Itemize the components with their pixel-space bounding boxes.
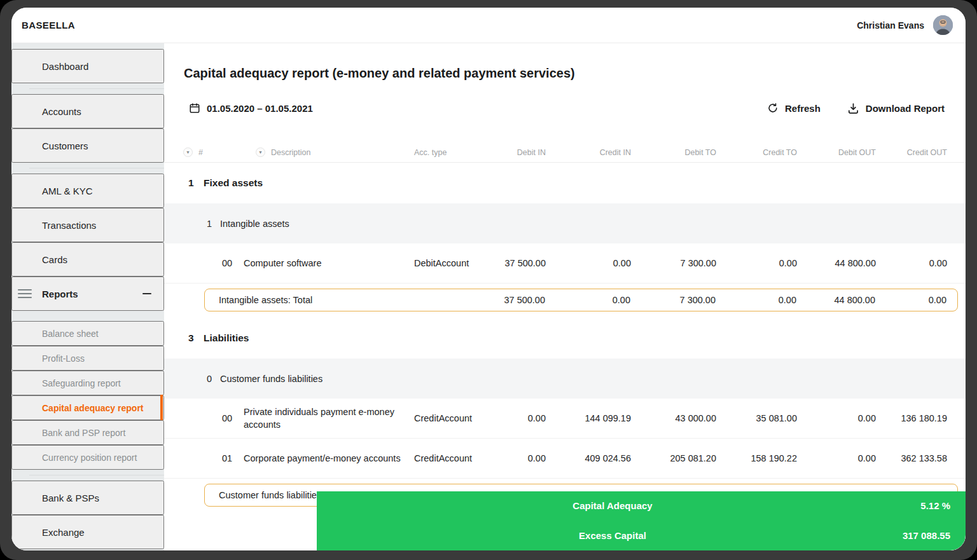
download-report-button[interactable]: Download Report	[847, 102, 945, 114]
sidebar-item-label: Transactions	[42, 220, 96, 231]
refresh-label: Refresh	[785, 103, 821, 114]
sidebar-item-label: AML & KYC	[42, 186, 92, 196]
sidebar-subitem-profit-loss[interactable]: Profit-Loss	[11, 346, 164, 371]
sidebar-divider	[29, 475, 164, 475]
sidebar-subitem-balance-sheet[interactable]: Balance sheet	[11, 321, 164, 346]
row-number: 1	[207, 217, 220, 230]
sidebar-item-cards[interactable]: Cards	[11, 242, 164, 277]
sidebar-subitem-bank-and-psp-report[interactable]: Bank and PSP report	[11, 420, 164, 445]
app-logo: BASEELLA	[22, 20, 75, 31]
num-filter-dropdown-icon[interactable]: ▼	[183, 147, 193, 157]
refresh-button[interactable]: Refresh	[767, 102, 821, 114]
sidebar-item-label: Dashboard	[42, 61, 88, 72]
excess-capital-value: 317 088.55	[903, 530, 950, 541]
download-report-label: Download Report	[866, 103, 945, 114]
user-avatar[interactable]	[933, 15, 953, 35]
header-credit-to: Credit TO	[716, 148, 797, 157]
cell-value: 144 099.19	[546, 413, 631, 423]
total-row-label: Intangible assets: Total	[219, 295, 412, 305]
sidebar-item-label: Exchange	[42, 527, 85, 538]
hamburger-menu-icon[interactable]	[18, 289, 32, 298]
sidebar-item-transactions[interactable]: Transactions	[11, 208, 164, 242]
acc-type-cell: CreditAccount	[412, 453, 482, 463]
cell-value: 362 133.58	[876, 453, 947, 463]
sidebar-item-customers[interactable]: Customers	[11, 128, 164, 163]
sidebar-item-label: Bank & PSPs	[42, 493, 99, 503]
sidebar-item-aml-kyc[interactable]: AML & KYC	[11, 174, 164, 208]
excess-capital-label: Excess Capital	[579, 530, 646, 541]
report-toolbar: 01.05.2020 – 01.05.2021 Refresh	[164, 99, 966, 117]
refresh-icon	[767, 102, 779, 114]
description-filter-dropdown-icon[interactable]: ▼	[256, 147, 265, 157]
row-description-cell: 00Private individuals payment e-money ac…	[183, 406, 412, 431]
row-description-cell: 1Intangible assets	[183, 217, 412, 230]
date-range-picker[interactable]: 01.05.2020 – 01.05.2021	[189, 102, 313, 114]
sidebar-item-exchange[interactable]: Exchange	[11, 515, 164, 549]
sidebar-item-label: Customers	[42, 140, 88, 151]
sidebar-subitem-label: Safeguarding report	[42, 378, 121, 388]
sidebar-item-reports[interactable]: Reports	[11, 277, 164, 311]
sidebar-subitem-currency-position-report[interactable]: Currency position report	[11, 445, 164, 470]
cell-value: 37 500.00	[482, 258, 546, 268]
sidebar-item-accounts[interactable]: Accounts	[11, 94, 164, 128]
sidebar-subitem-label: Capital adequacy report	[42, 403, 144, 413]
acc-type-cell: CreditAccount	[412, 413, 482, 423]
cell-value: 205 081.20	[631, 453, 716, 463]
cell-value: 0.00	[797, 453, 876, 463]
cell-value: 35 081.00	[716, 413, 797, 423]
row-description: Computer software	[244, 257, 322, 270]
row-description: Fixed assets	[204, 177, 263, 189]
sidebar-subitem-label: Profit-Loss	[42, 353, 85, 364]
row-number: 00	[222, 257, 244, 270]
cell-value: 37 500.00	[482, 295, 545, 305]
sidebar-item-dashboard[interactable]: Dashboard	[11, 49, 164, 83]
user-menu[interactable]: Christian Evans	[857, 15, 953, 35]
table-row-subgroup: 1Intangible assets	[164, 203, 966, 243]
acc-type-cell: DebitAccount	[412, 258, 482, 268]
row-description-cell: 3Liabilities	[183, 332, 412, 345]
app-window: BASEELLA Christian Evans DashboardAccoun…	[11, 8, 966, 550]
table-row-subgroup: 0Customer funds liabilities	[164, 359, 966, 399]
header-debit-out: Debit OUT	[797, 148, 876, 157]
row-description: Intangible assets	[220, 217, 289, 230]
cell-value: 409 024.56	[546, 453, 631, 463]
table-row-account: 00Computer softwareDebitAccount37 500.00…	[164, 243, 966, 283]
collapse-minus-icon[interactable]	[142, 293, 151, 294]
table-total-row: Intangible assets: Total37 500.000.007 3…	[204, 289, 958, 311]
sidebar-item-bank-psps[interactable]: Bank & PSPs	[11, 481, 164, 515]
cell-value: 43 000.00	[631, 413, 716, 423]
main-content: Capital adequacy report (e-money and rel…	[164, 43, 966, 550]
cell-value: 44 800.00	[797, 258, 876, 268]
date-range-value: 01.05.2020 – 01.05.2021	[207, 103, 313, 114]
row-number: 3	[188, 332, 204, 345]
sidebar-item-label: Cards	[42, 254, 67, 265]
table-body: 1Fixed assets1Intangible assets00Compute…	[164, 163, 966, 507]
calendar-icon	[189, 102, 200, 114]
cell-value: 0.00	[716, 295, 796, 305]
banner-row-excess-capital: Excess Capital 317 088.55	[317, 521, 966, 551]
table-row-account: 00Private individuals payment e-money ac…	[164, 399, 966, 439]
window-frame: BASEELLA Christian Evans DashboardAccoun…	[0, 0, 977, 560]
row-description: Liabilities	[204, 332, 249, 345]
reports-submenu: Balance sheetProfit-LossSafeguarding rep…	[11, 311, 164, 470]
sidebar-subitem-label: Currency position report	[42, 453, 137, 463]
table-row-group: 3Liabilities	[164, 318, 966, 359]
page-title: Capital adequacy report (e-money and rel…	[184, 66, 966, 81]
cell-value: 0.00	[876, 258, 947, 268]
capital-adequacy-label: Capital Adequacy	[572, 500, 652, 511]
cell-value: 0.00	[482, 413, 546, 423]
sidebar-subitem-safeguarding-report[interactable]: Safeguarding report	[11, 371, 164, 395]
cell-value: 0.00	[482, 453, 546, 463]
row-description: Customer funds liabilities	[220, 372, 322, 385]
header-credit-out: Credit OUT	[876, 148, 947, 157]
header-credit-in: Credit IN	[546, 148, 631, 157]
top-bar: BASEELLA Christian Evans	[11, 8, 966, 43]
capital-adequacy-banner: Capital Adequacy 5.12 % Excess Capital 3…	[317, 491, 966, 550]
row-number: 1	[188, 177, 204, 189]
sidebar-subitem-capital-adequacy-report[interactable]: Capital adequacy report	[11, 395, 164, 420]
cell-value: 0.00	[875, 295, 946, 305]
row-description-cell: 0Customer funds liabilities	[183, 372, 412, 385]
cell-value: 7 300.00	[631, 258, 716, 268]
sidebar-item-label: Reports	[42, 289, 78, 299]
cell-value: 0.00	[546, 258, 631, 268]
